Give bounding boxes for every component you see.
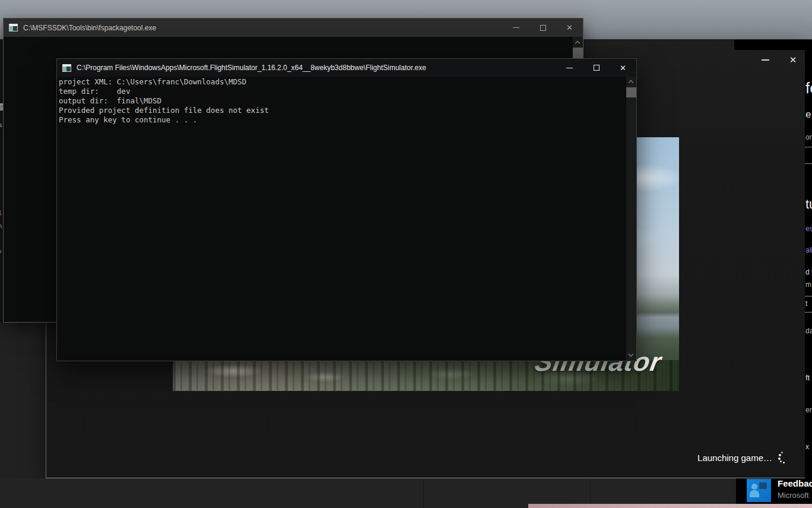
maximize-icon (594, 65, 600, 71)
right-edge-text-fragment: er (805, 406, 812, 414)
flightsimulator-titlebar[interactable]: C:\Program Files\WindowsApps\Microsoft.F… (57, 59, 636, 77)
console-app-icon (9, 24, 18, 31)
minimize-icon (566, 68, 573, 68)
console-output: project XML: C:\Users\franc\Downloads\MD… (59, 77, 269, 125)
minimize-button[interactable] (556, 59, 583, 77)
right-edge-text-fragment: t (805, 299, 807, 308)
feedback-hub-tile[interactable]: Feedback Microsoft (736, 478, 812, 504)
scrollbar-thumb[interactable] (626, 87, 636, 97)
right-edge-text-fragment: tu (805, 197, 812, 212)
divider-fragment (805, 163, 812, 164)
fspackagetool-titlebar[interactable]: C:\MSFSSDK\Tools\bin\fspackagetool.exe ✕ (4, 18, 583, 37)
divider-fragment (805, 147, 812, 147)
right-edge-window: feeontuesalid fmtdafterx (805, 50, 812, 478)
close-button[interactable]: ✕ (610, 59, 636, 77)
minimize-button[interactable] (503, 18, 529, 37)
console-output-line: project XML: C:\Users\franc\Downloads\MD… (59, 77, 269, 87)
maximize-button[interactable] (583, 59, 610, 77)
person-icon (750, 490, 759, 497)
console-output-line: Provided project definition file does no… (59, 106, 269, 115)
maximize-button[interactable] (529, 18, 556, 37)
close-button[interactable]: ✕ (556, 18, 583, 37)
console-output-line: Press any key to continue . . . (59, 115, 269, 125)
scrollbar[interactable] (626, 77, 636, 361)
launching-status-text: Launching game… (697, 453, 772, 463)
person-icon (751, 484, 757, 490)
window-edge-seam (423, 478, 424, 508)
left-edge-text-fragment: v (0, 248, 2, 255)
right-edge-text-fragment: e (805, 109, 811, 121)
right-edge-text-fragment: d f (805, 268, 812, 276)
feedback-app-name: Feedback (778, 478, 812, 488)
flightsimulator-title: C:\Program Files\WindowsApps\Microsoft.F… (77, 64, 556, 72)
divider-fragment (805, 312, 812, 313)
launcher-status-row: Launching game… (697, 451, 791, 464)
speech-bubble-icon (759, 482, 767, 489)
scroll-up-icon[interactable] (576, 42, 580, 46)
right-edge-text-fragment: ft (805, 373, 810, 382)
launcher-close-button[interactable]: ✕ (788, 55, 798, 65)
right-edge-text-fragment: m (805, 280, 811, 289)
left-edge-text-fragment: a (0, 121, 2, 128)
close-icon: ✕ (620, 64, 626, 72)
minimize-icon (513, 27, 519, 28)
desktop: a1hv Simulator ✕ Launching game… C:\MSFS… (0, 0, 812, 508)
feedback-hub-icon (747, 479, 771, 502)
left-edge-text-fragment: 1 (0, 209, 2, 216)
right-edge-text-fragment[interactable]: ali (805, 246, 812, 254)
console-output-line: temp dir: dev (59, 87, 269, 96)
right-edge-text-fragment: on (805, 133, 812, 141)
console-output-line: output dir: final\MDSD (59, 96, 269, 106)
console-app-icon (62, 64, 71, 72)
right-window-top-band (734, 40, 812, 50)
right-edge-text-fragment: da (805, 327, 812, 335)
divider-fragment (805, 296, 812, 296)
launcher-minimize-button[interactable] (761, 55, 770, 65)
scroll-up-icon[interactable] (629, 81, 633, 85)
feedback-publisher: Microsoft (778, 491, 809, 500)
left-edge-text-fragment: h (0, 222, 2, 229)
fspackagetool-title: C:\MSFSSDK\Tools\bin\fspackagetool.exe (23, 24, 503, 32)
scroll-down-icon[interactable] (629, 352, 633, 356)
flightsimulator-console-window: C:\Program Files\WindowsApps\Microsoft.F… (56, 58, 637, 361)
loading-spinner-icon (778, 451, 791, 464)
close-icon: ✕ (566, 24, 573, 31)
maximize-icon (540, 25, 546, 31)
right-edge-text-fragment: fe (805, 79, 812, 97)
wallpaper-bottom-sliver (528, 504, 812, 508)
right-edge-text-fragment[interactable]: es (805, 225, 812, 233)
right-edge-text-fragment: x (805, 443, 809, 451)
